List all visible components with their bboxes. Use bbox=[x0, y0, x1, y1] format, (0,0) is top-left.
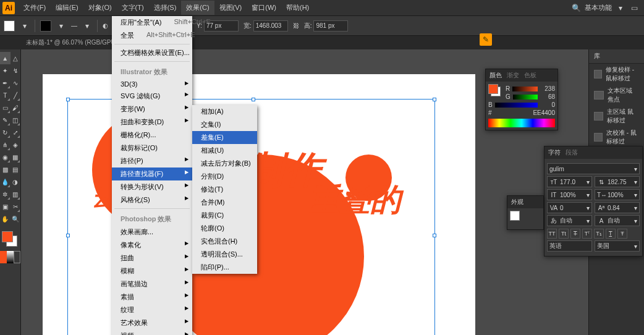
resize-handle[interactable] bbox=[66, 234, 70, 237]
kern-auto-field[interactable]: A自动▾ bbox=[595, 215, 640, 226]
menu-item[interactable]: 相加(A) bbox=[192, 105, 257, 118]
workspace-switcher[interactable]: 基本功能 bbox=[585, 3, 612, 12]
leading-field[interactable]: ⇅182.75▾ bbox=[595, 176, 640, 187]
hue-spectrum[interactable] bbox=[488, 119, 555, 127]
kern-auto-field[interactable]: あ自动▾ bbox=[547, 215, 592, 226]
vscale-field[interactable]: IT100%▾ bbox=[547, 189, 592, 200]
menu-item[interactable]: 扭曲 bbox=[112, 252, 192, 265]
menu-item[interactable]: 相减(U) bbox=[192, 144, 257, 157]
menu-item[interactable]: 扭曲和变换(D) bbox=[112, 116, 192, 129]
menu-item[interactable]: 艺术效果 bbox=[112, 316, 192, 329]
menu-6[interactable]: 视图(V) bbox=[214, 1, 247, 15]
menu-item[interactable]: 画笔描边 bbox=[112, 278, 192, 290]
menu-item[interactable]: 轮廓(O) bbox=[192, 222, 257, 235]
hand-tool-icon[interactable]: ✋ bbox=[0, 213, 11, 225]
menu-item[interactable]: 实色混合(H) bbox=[192, 235, 257, 248]
opacity-icon[interactable]: ◐ bbox=[103, 22, 108, 29]
menu-item[interactable]: 像素化 bbox=[112, 239, 192, 252]
symbol-sprayer-tool-icon[interactable]: ✲ bbox=[0, 188, 11, 200]
menu-item[interactable]: 应用"全景"(A)Shift+Ctrl+E bbox=[112, 16, 192, 29]
menu-item[interactable]: 视频 bbox=[112, 329, 192, 335]
magic-wand-tool-icon[interactable]: ✦ bbox=[0, 64, 11, 77]
panel-tab[interactable]: 字符 bbox=[548, 148, 561, 157]
menu-2[interactable]: 对象(O) bbox=[83, 1, 117, 15]
menu-item[interactable]: 陷印(P)... bbox=[192, 261, 257, 274]
list-item[interactable]: 次校准 - 鼠标移过 bbox=[589, 127, 644, 148]
menu-item[interactable]: SVG 滤镜(G) bbox=[112, 90, 192, 103]
shape-builder-tool-icon[interactable]: ◉ bbox=[0, 151, 11, 163]
slice-tool-icon[interactable]: ✂ bbox=[11, 200, 21, 213]
free-transform-tool-icon[interactable]: ◈ bbox=[11, 138, 21, 151]
menu-item[interactable]: 修边(T) bbox=[192, 183, 257, 196]
blend-tool-icon[interactable]: ◑ bbox=[11, 176, 21, 188]
resize-handle[interactable] bbox=[252, 98, 255, 101]
artboard-tool-icon[interactable]: ▣ bbox=[0, 200, 11, 213]
tt-icon[interactable]: Tt bbox=[559, 229, 569, 239]
curvature-tool-icon[interactable]: ∿ bbox=[11, 77, 21, 89]
menu-item[interactable]: 差集(E) bbox=[192, 131, 257, 144]
menu-item[interactable]: 纹理 bbox=[112, 303, 192, 316]
list-item[interactable]: 文本区域 焦点 bbox=[589, 85, 644, 106]
panel-tab[interactable]: 色板 bbox=[524, 71, 536, 80]
color-mode-icon[interactable] bbox=[0, 251, 7, 263]
panel-tab[interactable]: 渐变 bbox=[507, 71, 519, 80]
hscale-field[interactable]: T↔100%▾ bbox=[595, 189, 640, 200]
menu-item[interactable]: 3D(3) bbox=[112, 78, 192, 90]
eyedropper-tool-icon[interactable]: 💧 bbox=[0, 176, 11, 188]
menu-7[interactable]: 窗口(W) bbox=[247, 1, 281, 15]
gradient-tool-icon[interactable]: ▤ bbox=[11, 163, 21, 176]
list-item[interactable]: 修复校样 - 鼠标移过 bbox=[589, 64, 644, 85]
menu-8[interactable]: 帮助(H) bbox=[281, 1, 314, 15]
resize-handle[interactable] bbox=[433, 98, 436, 101]
hex-value[interactable]: EE4400 bbox=[494, 109, 555, 116]
rotate-tool-icon[interactable]: ↻ bbox=[0, 126, 11, 138]
direct-selection-tool-icon[interactable]: △ bbox=[11, 52, 21, 64]
tt-icon[interactable]: Tᵀ bbox=[582, 229, 592, 239]
menu-item[interactable]: 合并(M) bbox=[192, 196, 257, 209]
mesh-tool-icon[interactable]: ▩ bbox=[0, 163, 11, 176]
menu-5[interactable]: 效果(C) bbox=[181, 1, 214, 15]
link-icon[interactable]: ⛓ bbox=[293, 22, 299, 29]
panel-tab[interactable]: 外观 bbox=[511, 198, 523, 206]
lasso-tool-icon[interactable]: ↯ bbox=[11, 64, 21, 77]
menu-1[interactable]: 编辑(E) bbox=[51, 1, 83, 15]
menu-item[interactable]: 模糊 bbox=[112, 265, 192, 278]
font-size-field[interactable]: тT177.0▾ bbox=[547, 176, 592, 187]
resize-handle[interactable] bbox=[433, 234, 436, 237]
color-selector[interactable] bbox=[0, 230, 20, 248]
g-value[interactable]: 68 bbox=[540, 93, 555, 100]
fill-color-swatch[interactable] bbox=[488, 84, 498, 94]
b-slider[interactable] bbox=[495, 103, 538, 108]
strike-icon[interactable]: Ŧ bbox=[617, 229, 627, 239]
r-slider[interactable] bbox=[512, 87, 538, 91]
none-mode-icon[interactable] bbox=[14, 251, 20, 263]
chevron-down-icon[interactable]: ▾ bbox=[20, 21, 30, 31]
panel-tab[interactable]: 段落 bbox=[566, 148, 578, 157]
fill-swatch[interactable] bbox=[4, 20, 15, 32]
underline-icon[interactable]: T̲ bbox=[606, 229, 616, 239]
menu-item[interactable]: 转换为形状(V) bbox=[112, 180, 192, 193]
h-input[interactable] bbox=[313, 20, 348, 32]
panel-tab[interactable]: 库 bbox=[589, 49, 644, 64]
menu-0[interactable]: 文件(F) bbox=[19, 1, 51, 15]
stroke-swatch[interactable] bbox=[40, 20, 51, 32]
font-family-field[interactable]: gulim▾ bbox=[547, 163, 640, 174]
language-field[interactable]: 英语 bbox=[547, 240, 592, 252]
r-value[interactable]: 238 bbox=[540, 85, 555, 92]
menu-item[interactable]: 效果画廊... bbox=[112, 226, 192, 239]
chevron-down-icon[interactable]: ▾ bbox=[616, 3, 625, 13]
menu-4[interactable]: 选择(S) bbox=[149, 1, 182, 15]
artboard[interactable]: 云 制作 重叠的 bbox=[43, 74, 475, 335]
resize-handle[interactable] bbox=[66, 98, 70, 101]
menu-item[interactable]: 减去后方对象(B) bbox=[192, 157, 257, 170]
pen-tool-icon[interactable]: ✒ bbox=[0, 77, 11, 89]
menu-item[interactable]: 路径查找器(F) bbox=[112, 168, 192, 180]
menu-item[interactable]: 裁剪标记(O) bbox=[112, 142, 192, 155]
appearance-swatch[interactable] bbox=[510, 211, 520, 221]
search-icon[interactable]: 🔍 bbox=[571, 3, 581, 13]
menu-item[interactable]: 变形(W) bbox=[112, 103, 192, 116]
menu-item[interactable]: 裁剪(C) bbox=[192, 209, 257, 222]
selection-tool-icon[interactable]: ▲ bbox=[0, 52, 11, 64]
baseline-field[interactable]: Aª0.84▾ bbox=[595, 202, 640, 213]
strike-icon[interactable]: T̶ bbox=[570, 229, 580, 239]
